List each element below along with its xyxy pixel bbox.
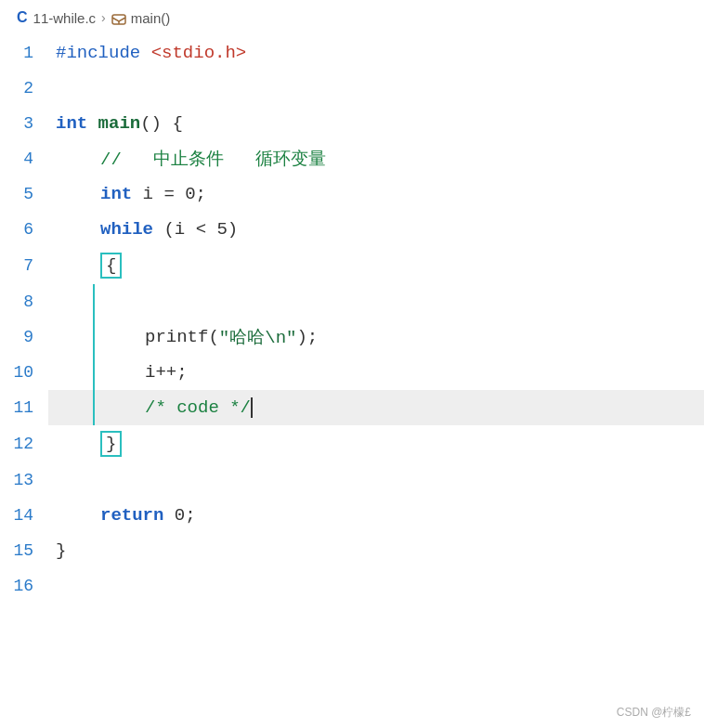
line-number: 4 (0, 141, 48, 176)
line-number: 13 (0, 462, 48, 498)
line-content: { (48, 247, 704, 284)
code-line: 4// 中止条件 循环变量 (0, 141, 704, 176)
code-line: 6while (i < 5) (0, 212, 704, 247)
text-cursor (251, 397, 253, 418)
line-number: 3 (0, 106, 48, 141)
line-content: while (i < 5) (48, 212, 704, 247)
line-content: /* code */ (48, 390, 704, 425)
line-content: int i = 0; (48, 176, 704, 212)
line-content (48, 462, 704, 498)
line-number: 7 (0, 247, 48, 284)
line-number: 16 (0, 568, 48, 604)
token: i++; (145, 362, 188, 383)
token: int (56, 113, 98, 134)
line-content: } (48, 425, 704, 462)
code-line: 14return 0; (0, 498, 704, 533)
code-line: 2 (0, 71, 704, 106)
line-number: 12 (0, 425, 48, 462)
breadcrumb-func-area: main() (111, 10, 171, 26)
code-line: 11/* code */ (0, 390, 704, 425)
code-line: 1#include <stdio.h> (0, 35, 704, 71)
token: (i < 5) (163, 219, 238, 240)
token: // 中止条件 循环变量 (100, 147, 326, 171)
code-line: 7{ (0, 247, 704, 284)
code-line: 16 (0, 568, 704, 604)
token: i = 0; (143, 184, 206, 204)
line-content: #include <stdio.h> (48, 35, 704, 71)
token: <stdio.h> (151, 43, 247, 63)
line-content: int main() { (48, 106, 704, 141)
breadcrumb-func-label: main() (131, 10, 171, 26)
line-content: i++; (48, 355, 704, 390)
block-guide-line (93, 284, 95, 319)
watermark: CSDN @柠檬£ (617, 705, 691, 721)
line-number: 5 (0, 176, 48, 212)
line-content (48, 71, 704, 106)
bracket-close: } (100, 431, 122, 457)
line-content (48, 284, 704, 319)
line-content: printf("哈哈\n"); (48, 319, 704, 355)
breadcrumb-sep: › (101, 10, 106, 25)
code-line: 8 (0, 284, 704, 319)
cube-icon (111, 11, 126, 26)
line-content (48, 568, 704, 604)
breadcrumb: C 11-while.c › main() (0, 0, 704, 35)
code-line: 12} (0, 425, 704, 462)
line-number: 10 (0, 355, 48, 390)
line-content: } (48, 533, 704, 568)
token: int (100, 184, 143, 204)
line-number: 6 (0, 212, 48, 247)
code-line: 10i++; (0, 355, 704, 390)
line-number: 1 (0, 35, 48, 71)
token: return (100, 505, 175, 526)
line-content: // 中止条件 循环变量 (48, 141, 704, 176)
line-number: 14 (0, 498, 48, 533)
block-guide-line (93, 355, 95, 390)
line-number: 8 (0, 284, 48, 319)
block-guide-line (93, 390, 95, 425)
breadcrumb-filename: 11-while.c (33, 10, 97, 26)
token: /* code */ (145, 397, 251, 418)
code-line: 13 (0, 462, 704, 498)
token: while (100, 219, 163, 240)
line-number: 2 (0, 71, 48, 106)
code-area[interactable]: 1#include <stdio.h>23int main() {4// 中止条… (0, 35, 704, 728)
token: ); (296, 327, 318, 347)
token: printf( (145, 327, 219, 347)
block-guide-line (93, 319, 95, 355)
token: main (98, 113, 141, 134)
line-number: 9 (0, 319, 48, 355)
token: 0; (175, 505, 196, 526)
token: #include (56, 43, 151, 63)
code-line: 3int main() { (0, 106, 704, 141)
editor-container: C 11-while.c › main() 1#include <stdio.h… (0, 0, 704, 728)
line-number: 11 (0, 390, 48, 425)
code-line: 5int i = 0; (0, 176, 704, 212)
token: "哈哈\n" (219, 325, 297, 349)
code-line: 9printf("哈哈\n"); (0, 319, 704, 355)
c-language-icon: C (17, 9, 28, 26)
code-line: 15} (0, 533, 704, 568)
line-number: 15 (0, 533, 48, 568)
token: () { (140, 113, 183, 134)
token: } (56, 540, 66, 561)
bracket-open: { (100, 253, 122, 279)
line-content: return 0; (48, 498, 704, 533)
